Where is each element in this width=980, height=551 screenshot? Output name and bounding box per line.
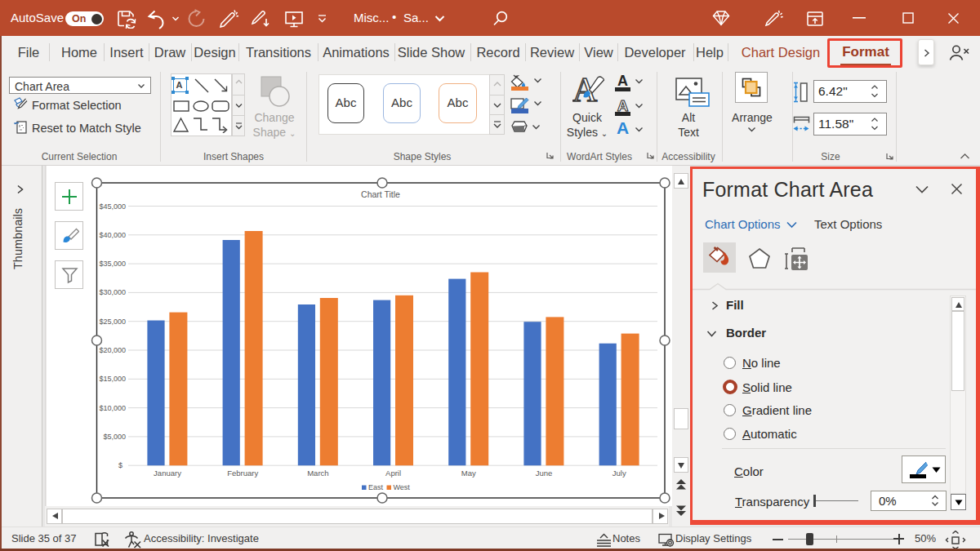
svg-text:West: West [394, 483, 411, 491]
svg-text:June: June [536, 469, 553, 478]
svg-text:$10,000: $10,000 [99, 404, 126, 412]
svg-text:A: A [617, 99, 629, 112]
svg-text:East: East [368, 483, 384, 491]
svg-text:$5,000: $5,000 [103, 433, 126, 441]
svg-text:$45,000: $45,000 [99, 202, 126, 211]
svg-text:May: May [461, 469, 476, 478]
svg-text:July: July [612, 469, 626, 478]
svg-text:February: February [227, 469, 258, 478]
svg-text:$15,000: $15,000 [99, 375, 126, 383]
svg-text:$30,000: $30,000 [99, 288, 126, 296]
svg-text:January: January [154, 469, 181, 478]
svg-text:$40,000: $40,000 [99, 231, 126, 239]
svg-text:Chart Title: Chart Title [361, 189, 400, 199]
svg-text:April: April [385, 469, 401, 478]
svg-text:$35,000: $35,000 [99, 260, 126, 268]
svg-text:$: $ [118, 461, 122, 469]
svg-text:$25,000: $25,000 [99, 318, 126, 326]
svg-text:$20,000: $20,000 [99, 346, 126, 354]
svg-text:March: March [307, 469, 328, 478]
